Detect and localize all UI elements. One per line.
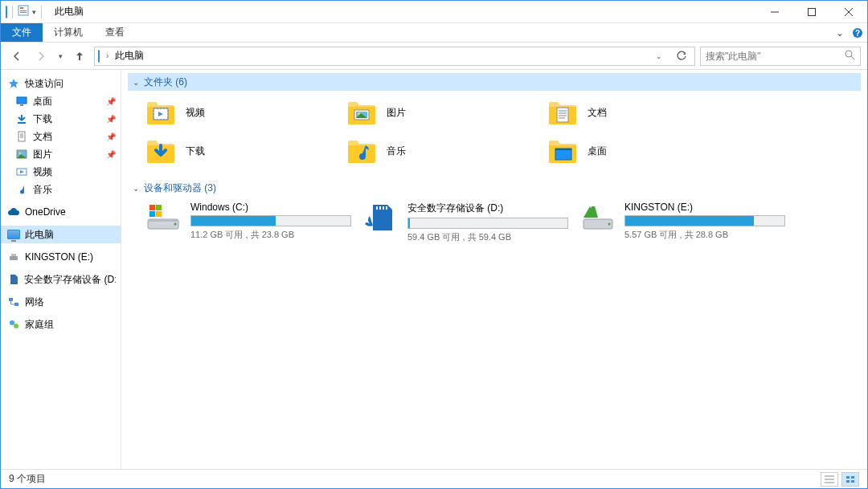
breadcrumb[interactable]: 此电脑 — [115, 49, 144, 63]
svg-rect-2 — [20, 10, 27, 11]
sidebar-item-documents[interactable]: 文档📌 — [1, 128, 121, 145]
folder-label: 音乐 — [387, 145, 406, 158]
sidebar-item-downloads[interactable]: 下载📌 — [1, 110, 121, 128]
sidebar-item-label: OneDrive — [25, 206, 66, 218]
breadcrumb-chevron-icon[interactable]: › — [103, 51, 112, 60]
sidebar-item-label: 网络 — [25, 295, 44, 309]
folder-label: 下载 — [186, 145, 205, 158]
star-icon — [7, 77, 20, 90]
drive-item[interactable]: 安全数字存储设备 (D:) 59.4 GB 可用 , 共 59.4 GB — [361, 202, 570, 243]
folder-icon — [144, 96, 178, 129]
system-icon[interactable] — [6, 6, 7, 18]
svg-rect-23 — [10, 256, 18, 260]
help-icon[interactable]: ? — [848, 23, 867, 42]
back-button[interactable] — [7, 47, 27, 66]
close-button[interactable] — [830, 1, 867, 23]
svg-rect-26 — [14, 303, 18, 306]
folder-downloads[interactable]: 下载 — [144, 134, 337, 168]
sidebar-homegroup[interactable]: 家庭组 — [1, 316, 121, 333]
svg-point-10 — [845, 51, 852, 57]
svg-point-44 — [174, 223, 177, 226]
folder-pictures[interactable]: 图片 — [345, 96, 538, 129]
folder-music[interactable]: 音乐 — [345, 134, 538, 168]
search-icon[interactable] — [845, 50, 855, 63]
qat-dropdown-icon[interactable]: ▾ — [32, 8, 36, 16]
sidebar-item-music[interactable]: 音乐 — [1, 181, 121, 198]
group-header-folders[interactable]: ⌄ 文件夹 (6) — [128, 73, 861, 91]
sidebar-this-pc[interactable]: 此电脑 — [1, 226, 121, 243]
disk-windows-icon — [144, 202, 182, 234]
sd-card-icon — [7, 273, 19, 286]
search-box[interactable] — [700, 47, 861, 66]
sidebar-item-label: 家庭组 — [25, 318, 54, 332]
qat-sep — [41, 6, 42, 18]
sidebar-onedrive[interactable]: OneDrive — [1, 203, 121, 221]
status-item-count: 9 个项目 — [9, 472, 46, 486]
drive-capacity-text: 5.57 GB 可用 , 共 28.8 GB — [624, 229, 787, 241]
sidebar-item-label: 此电脑 — [25, 228, 54, 242]
folder-icon — [144, 134, 178, 168]
sidebar-item-pictures[interactable]: 图片📌 — [1, 145, 121, 163]
up-button[interactable] — [70, 47, 89, 66]
svg-point-27 — [10, 320, 14, 325]
sidebar-item-videos[interactable]: 视频 — [1, 163, 121, 181]
tab-computer[interactable]: 计算机 — [43, 23, 94, 42]
svg-rect-25 — [9, 298, 13, 301]
forward-button[interactable] — [31, 47, 51, 66]
sidebar-kingston[interactable]: KINGSTON (E:) — [1, 248, 121, 266]
maximize-button[interactable] — [793, 1, 830, 23]
drive-capacity-bar — [407, 218, 568, 229]
drive-capacity-text: 59.4 GB 可用 , 共 59.4 GB — [407, 231, 570, 243]
folder-label: 图片 — [387, 106, 406, 120]
sidebar-item-label: 安全数字存储设备 (D:) — [24, 273, 116, 287]
svg-point-54 — [608, 223, 611, 226]
address-bar[interactable]: › 此电脑 ⌄ — [94, 47, 695, 66]
drive-item[interactable]: KINGSTON (E:) 5.57 GB 可用 , 共 28.8 GB — [578, 202, 787, 243]
svg-line-11 — [851, 56, 854, 59]
ribbon-expand-icon[interactable]: ⌄ — [832, 23, 848, 42]
svg-rect-35 — [557, 108, 568, 122]
large-icons-view-button[interactable] — [841, 472, 859, 487]
titlebar: ▾ 此电脑 — [1, 1, 867, 23]
svg-rect-46 — [156, 205, 162, 210]
sidebar-quick-access[interactable]: 快速访问 — [1, 75, 121, 92]
group-header-drives[interactable]: ⌄ 设备和驱动器 (3) — [128, 179, 861, 197]
sidebar-item-label: 下载 — [33, 112, 52, 126]
tab-view[interactable]: 查看 — [94, 23, 136, 42]
pin-icon: 📌 — [106, 97, 116, 106]
folder-icon — [345, 96, 379, 129]
svg-rect-12 — [17, 97, 27, 104]
svg-rect-59 — [851, 476, 854, 479]
details-view-button[interactable] — [821, 472, 838, 487]
sidebar-item-desktop[interactable]: 桌面📌 — [1, 92, 121, 110]
sidebar-item-label: 图片 — [33, 148, 52, 161]
recent-locations-dropdown[interactable]: ▾ — [55, 47, 65, 66]
folder-documents[interactable]: 文档 — [546, 96, 739, 129]
sidebar-secure-sd[interactable]: 安全数字存储设备 (D:) — [1, 271, 121, 288]
svg-rect-5 — [809, 8, 816, 15]
chevron-down-icon: ⌄ — [133, 184, 139, 193]
this-pc-icon — [98, 51, 100, 62]
svg-rect-60 — [846, 480, 850, 483]
status-bar: 9 个项目 — [1, 469, 867, 488]
sidebar-item-label: 快速访问 — [25, 77, 63, 91]
svg-rect-45 — [149, 205, 155, 210]
minimize-button[interactable] — [756, 1, 793, 23]
drive-item[interactable]: Windows (C:) 11.2 GB 可用 , 共 23.8 GB — [144, 202, 353, 243]
sidebar-network[interactable]: 网络 — [1, 293, 121, 311]
folder-videos[interactable]: 视频 — [144, 96, 337, 129]
refresh-button[interactable] — [672, 47, 691, 66]
properties-icon[interactable] — [18, 5, 29, 18]
address-history-dropdown[interactable]: ⌄ — [649, 47, 669, 66]
folder-desktop[interactable]: 桌面 — [546, 134, 739, 168]
sd-card-icon — [361, 202, 399, 234]
content-pane: ⌄ 文件夹 (6) 视频 图片 文档 下载 音乐 桌面 ⌄ 设备和驱动器 (3) — [121, 70, 867, 469]
drive-name: 安全数字存储设备 (D:) — [407, 202, 570, 215]
window-title: 此电脑 — [55, 5, 84, 18]
drive-name: KINGSTON (E:) — [624, 202, 787, 213]
tab-file[interactable]: 文件 — [1, 23, 43, 42]
svg-rect-48 — [156, 211, 162, 217]
search-input[interactable] — [706, 51, 845, 62]
folders-grid: 视频 图片 文档 下载 音乐 桌面 — [128, 91, 861, 179]
svg-rect-61 — [851, 480, 854, 483]
